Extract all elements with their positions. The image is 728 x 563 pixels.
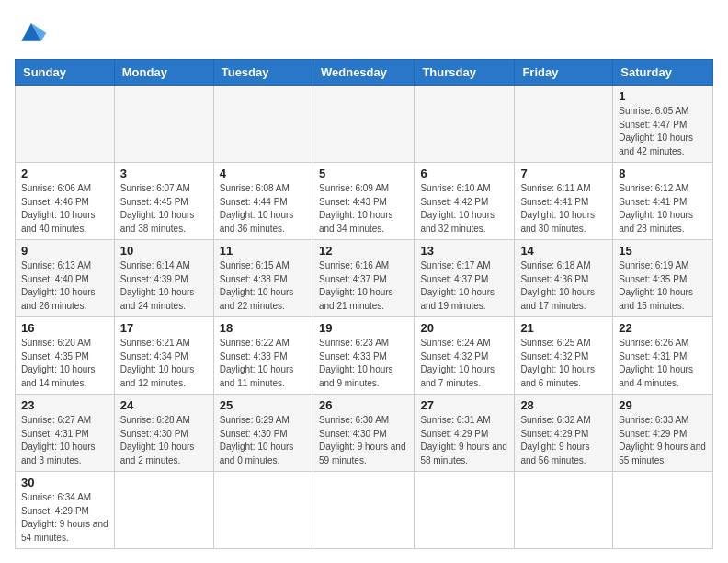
day-cell: 15Sunrise: 6:19 AM Sunset: 4:35 PM Dayli… xyxy=(613,240,713,317)
day-info: Sunrise: 6:15 AM Sunset: 4:38 PM Dayligh… xyxy=(220,259,307,313)
day-info: Sunrise: 6:31 AM Sunset: 4:29 PM Dayligh… xyxy=(420,414,508,467)
day-info: Sunrise: 6:14 AM Sunset: 4:39 PM Dayligh… xyxy=(120,259,208,313)
weekday-header-saturday: Saturday xyxy=(613,60,713,86)
day-info: Sunrise: 6:34 AM Sunset: 4:29 PM Dayligh… xyxy=(21,491,108,545)
week-row-2: 2Sunrise: 6:06 AM Sunset: 4:46 PM Daylig… xyxy=(16,163,713,240)
day-number: 11 xyxy=(220,244,307,258)
day-number: 25 xyxy=(220,398,307,412)
day-cell: 20Sunrise: 6:24 AM Sunset: 4:32 PM Dayli… xyxy=(415,317,515,395)
day-cell xyxy=(415,472,515,549)
day-info: Sunrise: 6:20 AM Sunset: 4:35 PM Dayligh… xyxy=(21,337,108,390)
day-info: Sunrise: 6:21 AM Sunset: 4:34 PM Dayligh… xyxy=(120,337,208,390)
day-cell: 16Sunrise: 6:20 AM Sunset: 4:35 PM Dayli… xyxy=(16,317,115,395)
week-row-6: 30Sunrise: 6:34 AM Sunset: 4:29 PM Dayli… xyxy=(16,472,713,549)
weekday-header-friday: Friday xyxy=(515,60,613,86)
day-number: 10 xyxy=(120,244,208,258)
day-cell xyxy=(114,472,213,549)
day-cell: 7Sunrise: 6:11 AM Sunset: 4:41 PM Daylig… xyxy=(515,163,613,240)
day-cell: 21Sunrise: 6:25 AM Sunset: 4:32 PM Dayli… xyxy=(515,317,613,395)
day-cell xyxy=(515,472,613,549)
day-cell: 17Sunrise: 6:21 AM Sunset: 4:34 PM Dayli… xyxy=(114,317,213,395)
day-number: 15 xyxy=(619,244,707,258)
calendar-header: SundayMondayTuesdayWednesdayThursdayFrid… xyxy=(16,60,713,86)
day-cell: 24Sunrise: 6:28 AM Sunset: 4:30 PM Dayli… xyxy=(114,395,213,472)
day-info: Sunrise: 6:27 AM Sunset: 4:31 PM Dayligh… xyxy=(21,414,108,467)
day-number: 9 xyxy=(21,244,108,258)
day-info: Sunrise: 6:18 AM Sunset: 4:36 PM Dayligh… xyxy=(520,259,607,313)
day-number: 18 xyxy=(220,321,307,335)
day-number: 29 xyxy=(619,398,707,412)
day-cell xyxy=(313,472,414,549)
day-number: 23 xyxy=(21,398,108,412)
day-info: Sunrise: 6:33 AM Sunset: 4:29 PM Dayligh… xyxy=(619,414,707,467)
day-cell: 23Sunrise: 6:27 AM Sunset: 4:31 PM Dayli… xyxy=(16,395,115,472)
day-cell xyxy=(16,86,115,163)
calendar-table: SundayMondayTuesdayWednesdayThursdayFrid… xyxy=(15,59,713,549)
day-info: Sunrise: 6:08 AM Sunset: 4:44 PM Dayligh… xyxy=(220,182,307,236)
day-number: 2 xyxy=(21,167,108,180)
weekday-header-sunday: Sunday xyxy=(16,60,115,86)
day-number: 3 xyxy=(120,167,208,180)
week-row-3: 9Sunrise: 6:13 AM Sunset: 4:40 PM Daylig… xyxy=(16,240,713,317)
day-cell: 6Sunrise: 6:10 AM Sunset: 4:42 PM Daylig… xyxy=(415,163,515,240)
day-number: 24 xyxy=(120,398,208,412)
weekday-header-wednesday: Wednesday xyxy=(313,60,414,86)
day-number: 6 xyxy=(420,167,508,180)
day-info: Sunrise: 6:25 AM Sunset: 4:32 PM Dayligh… xyxy=(520,337,607,390)
day-cell: 5Sunrise: 6:09 AM Sunset: 4:43 PM Daylig… xyxy=(313,163,414,240)
logo-icon xyxy=(15,15,48,48)
day-cell xyxy=(515,86,613,163)
weekday-header-tuesday: Tuesday xyxy=(213,60,313,86)
day-cell: 9Sunrise: 6:13 AM Sunset: 4:40 PM Daylig… xyxy=(16,240,115,317)
day-number: 5 xyxy=(319,167,408,180)
day-cell xyxy=(114,86,213,163)
day-info: Sunrise: 6:19 AM Sunset: 4:35 PM Dayligh… xyxy=(619,259,707,313)
day-info: Sunrise: 6:26 AM Sunset: 4:31 PM Dayligh… xyxy=(619,337,707,390)
day-cell: 30Sunrise: 6:34 AM Sunset: 4:29 PM Dayli… xyxy=(16,472,115,549)
day-info: Sunrise: 6:06 AM Sunset: 4:46 PM Dayligh… xyxy=(21,182,108,236)
day-cell: 22Sunrise: 6:26 AM Sunset: 4:31 PM Dayli… xyxy=(613,317,713,395)
day-number: 12 xyxy=(319,244,408,258)
day-cell: 27Sunrise: 6:31 AM Sunset: 4:29 PM Dayli… xyxy=(415,395,515,472)
day-info: Sunrise: 6:32 AM Sunset: 4:29 PM Dayligh… xyxy=(520,414,607,467)
day-info: Sunrise: 6:10 AM Sunset: 4:42 PM Dayligh… xyxy=(420,182,508,236)
logo xyxy=(15,15,53,48)
day-number: 13 xyxy=(420,244,508,258)
day-info: Sunrise: 6:24 AM Sunset: 4:32 PM Dayligh… xyxy=(420,337,508,390)
day-number: 1 xyxy=(619,89,707,103)
day-number: 14 xyxy=(520,244,607,258)
day-cell xyxy=(313,86,414,163)
day-number: 8 xyxy=(619,167,707,180)
day-cell: 19Sunrise: 6:23 AM Sunset: 4:33 PM Dayli… xyxy=(313,317,414,395)
day-info: Sunrise: 6:23 AM Sunset: 4:33 PM Dayligh… xyxy=(319,337,408,390)
day-number: 4 xyxy=(220,167,307,180)
week-row-4: 16Sunrise: 6:20 AM Sunset: 4:35 PM Dayli… xyxy=(16,317,713,395)
day-cell: 18Sunrise: 6:22 AM Sunset: 4:33 PM Dayli… xyxy=(213,317,313,395)
day-info: Sunrise: 6:12 AM Sunset: 4:41 PM Dayligh… xyxy=(619,182,707,236)
day-cell: 29Sunrise: 6:33 AM Sunset: 4:29 PM Dayli… xyxy=(613,395,713,472)
day-cell: 3Sunrise: 6:07 AM Sunset: 4:45 PM Daylig… xyxy=(114,163,213,240)
day-number: 16 xyxy=(21,321,108,335)
day-number: 26 xyxy=(319,398,408,412)
weekday-header-thursday: Thursday xyxy=(415,60,515,86)
day-cell: 10Sunrise: 6:14 AM Sunset: 4:39 PM Dayli… xyxy=(114,240,213,317)
day-info: Sunrise: 6:13 AM Sunset: 4:40 PM Dayligh… xyxy=(21,259,108,313)
day-cell: 13Sunrise: 6:17 AM Sunset: 4:37 PM Dayli… xyxy=(415,240,515,317)
day-number: 7 xyxy=(520,167,607,180)
day-info: Sunrise: 6:17 AM Sunset: 4:37 PM Dayligh… xyxy=(420,259,508,313)
day-cell xyxy=(613,472,713,549)
day-cell xyxy=(213,86,313,163)
day-cell: 8Sunrise: 6:12 AM Sunset: 4:41 PM Daylig… xyxy=(613,163,713,240)
day-number: 27 xyxy=(420,398,508,412)
day-info: Sunrise: 6:22 AM Sunset: 4:33 PM Dayligh… xyxy=(220,337,307,390)
day-cell: 26Sunrise: 6:30 AM Sunset: 4:30 PM Dayli… xyxy=(313,395,414,472)
day-cell: 14Sunrise: 6:18 AM Sunset: 4:36 PM Dayli… xyxy=(515,240,613,317)
day-number: 22 xyxy=(619,321,707,335)
week-row-1: 1Sunrise: 6:05 AM Sunset: 4:47 PM Daylig… xyxy=(16,86,713,163)
day-cell: 4Sunrise: 6:08 AM Sunset: 4:44 PM Daylig… xyxy=(213,163,313,240)
day-cell: 1Sunrise: 6:05 AM Sunset: 4:47 PM Daylig… xyxy=(613,86,713,163)
day-cell: 11Sunrise: 6:15 AM Sunset: 4:38 PM Dayli… xyxy=(213,240,313,317)
day-info: Sunrise: 6:11 AM Sunset: 4:41 PM Dayligh… xyxy=(520,182,607,236)
weekday-row: SundayMondayTuesdayWednesdayThursdayFrid… xyxy=(16,60,713,86)
day-info: Sunrise: 6:07 AM Sunset: 4:45 PM Dayligh… xyxy=(120,182,208,236)
